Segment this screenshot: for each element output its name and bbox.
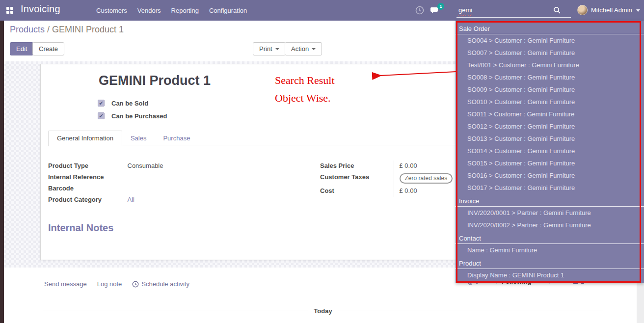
field-label-internal-reference: Internal Reference (48, 172, 122, 183)
value-product-category[interactable]: All (128, 196, 134, 203)
can-be-purchased-checkbox[interactable]: ✔ (98, 112, 105, 119)
search-section-contact: Contact (456, 231, 644, 244)
field-label-product-category: Product Category (48, 194, 122, 206)
field-value-product-type: Consumable (122, 161, 200, 172)
chevron-down-icon (275, 48, 279, 50)
search-section-product: Product (456, 256, 644, 269)
general-info-right-group: Sales Price£ 0.00Customer TaxesZero rate… (320, 161, 472, 197)
field-row-product-category: Product CategoryAll (48, 194, 200, 206)
annotation-line1: Search Result (275, 72, 335, 89)
search-result-item[interactable]: INV/2020/0002 > Partner : Gemini Furnitu… (456, 219, 644, 231)
tab-sales[interactable]: Sales (122, 131, 155, 146)
user-menu[interactable]: Mitchell Admin (591, 6, 632, 14)
search-result-item[interactable]: SO016 > Customer : Gemini Furniture (456, 169, 644, 182)
menu-reporting[interactable]: Reporting (171, 7, 199, 14)
search-result-item[interactable]: SO011 > Customer : Gemini Furniture (456, 108, 644, 120)
action-label: Action (291, 45, 309, 53)
field-row-cost: Cost£ 0.00 (320, 186, 472, 197)
search-section-invoice: Invoice (456, 194, 644, 207)
activities-icon[interactable] (415, 5, 425, 15)
field-row-internal-reference: Internal Reference (48, 172, 200, 183)
field-value-product-category: All (122, 194, 200, 206)
can-be-sold-row: ✔Can be Sold (98, 97, 167, 109)
breadcrumb-separator: / (45, 25, 52, 34)
annotation-text: Search Result Object Wise. (275, 72, 335, 107)
menu-configuration[interactable]: Configuration (209, 7, 247, 14)
today-label: Today (314, 307, 332, 315)
search-icon[interactable] (553, 6, 561, 14)
field-value-internal-reference (122, 172, 200, 183)
message-count-badge: 1 (437, 3, 444, 10)
product-flags: ✔Can be Sold✔Can be Purchased (98, 97, 167, 122)
search-result-item[interactable]: Test/001 > Customer : Gemini Furniture (456, 59, 644, 71)
annotation-line2: Object Wise. (275, 89, 335, 107)
today-divider: Today (43, 307, 603, 315)
value-customer-taxes: Zero rated sales (400, 173, 453, 184)
chevron-down-icon (636, 9, 640, 12)
search-result-item[interactable]: SO007 > Customer : Gemini Furniture (456, 47, 644, 59)
edit-button[interactable]: Edit (10, 42, 33, 55)
general-info-left-group: Product TypeConsumableInternal Reference… (48, 161, 200, 206)
chevron-down-icon (312, 48, 316, 50)
create-button[interactable]: Create (32, 42, 64, 55)
search-results-dropdown: Sale OrderSO004 > Customer : Gemini Furn… (456, 21, 644, 283)
global-search-input[interactable]: gemi (456, 4, 571, 18)
can-be-sold-checkbox[interactable]: ✔ (98, 100, 105, 107)
print-menu-button[interactable]: Print (253, 42, 286, 55)
field-row-sales-price: Sales Price£ 0.00 (320, 161, 472, 172)
value-cost: £ 0.00 (400, 187, 417, 194)
search-result-item[interactable]: SO004 > Customer : Gemini Furniture (456, 34, 644, 47)
search-result-item[interactable]: SO012 > Customer : Gemini Furniture (456, 120, 644, 133)
window-edge (0, 0, 4, 323)
search-result-item[interactable]: INV/2020/0001 > Partner : Gemini Furnitu… (456, 207, 644, 219)
breadcrumb: Products / GEMINI Product 1 (10, 25, 124, 35)
search-result-item[interactable]: Display Name : GEMINI Product 1 (456, 269, 644, 281)
field-label-barcode: Barcode (48, 183, 122, 194)
search-query-text[interactable]: gemi (458, 6, 472, 14)
field-value-barcode (122, 183, 200, 194)
search-section-sale-order: Sale Order (456, 22, 644, 34)
search-result-item[interactable]: SO008 > Customer : Gemini Furniture (456, 71, 644, 83)
value-sales-price: £ 0.00 (400, 162, 417, 169)
topbar-menu: CustomersVendorsReportingConfiguration (96, 0, 247, 21)
action-menu-button[interactable]: Action (285, 42, 322, 55)
value-product-type: Consumable (128, 162, 163, 169)
search-result-item[interactable]: SO014 > Customer : Gemini Furniture (456, 145, 644, 157)
search-result-item[interactable]: SO017 > Customer : Gemini Furniture (456, 182, 644, 194)
apps-menu-icon[interactable] (6, 7, 13, 14)
app-window: Invoicing CustomersVendorsReportingConfi… (0, 0, 644, 323)
internal-notes-heading: Internal Notes (48, 222, 113, 234)
product-title: GEMINI Product 1 (99, 73, 211, 88)
search-result-item[interactable]: SO013 > Customer : Gemini Furniture (456, 133, 644, 145)
search-result-item[interactable]: SO010 > Customer : Gemini Furniture (456, 96, 644, 108)
field-label-product-type: Product Type (48, 161, 122, 172)
field-label-cost: Cost (320, 186, 394, 197)
can-be-purchased-label: Can be Purchased (111, 112, 167, 120)
can-be-sold-label: Can be Sold (111, 100, 148, 107)
app-title[interactable]: Invoicing (21, 3, 60, 15)
topbar: Invoicing CustomersVendorsReportingConfi… (0, 0, 644, 21)
field-label-customer-taxes: Customer Taxes (320, 172, 394, 186)
search-result-item[interactable]: SO009 > Customer : Gemini Furniture (456, 83, 644, 96)
field-row-customer-taxes: Customer TaxesZero rated sales (320, 172, 472, 186)
avatar[interactable] (577, 5, 588, 15)
field-label-sales-price: Sales Price (320, 161, 394, 172)
breadcrumb-products-link[interactable]: Products (10, 25, 45, 34)
can-be-purchased-row: ✔Can be Purchased (98, 109, 167, 122)
breadcrumb-current: GEMINI Product 1 (52, 25, 124, 34)
print-label: Print (259, 45, 272, 53)
tab-purchase[interactable]: Purchase (155, 131, 198, 146)
menu-vendors[interactable]: Vendors (137, 7, 161, 14)
search-result-item[interactable]: Name : Gemini Furniture (456, 244, 644, 256)
search-result-item[interactable]: SO015 > Customer : Gemini Furniture (456, 157, 644, 169)
field-row-barcode: Barcode (48, 183, 200, 194)
tab-general-information[interactable]: General Information (48, 131, 122, 146)
field-row-product-type: Product TypeConsumable (48, 161, 200, 172)
menu-customers[interactable]: Customers (96, 7, 127, 14)
